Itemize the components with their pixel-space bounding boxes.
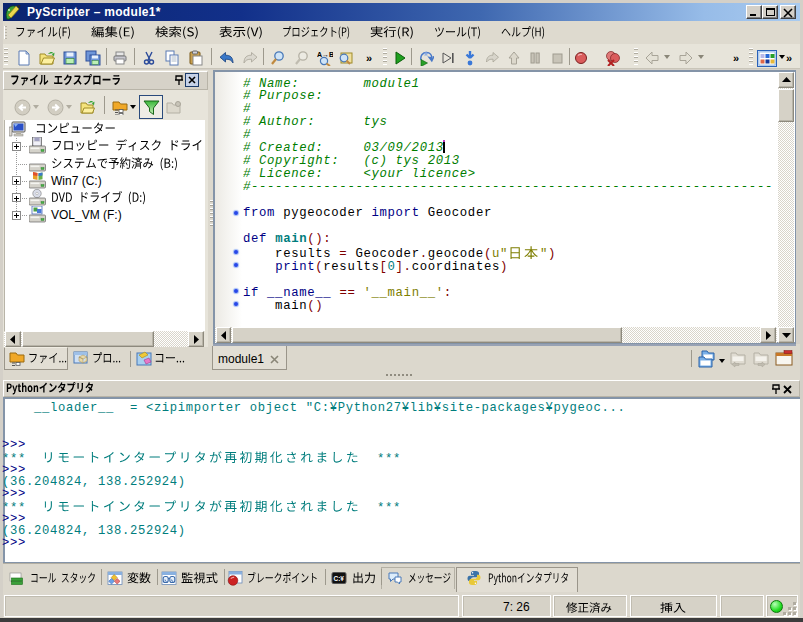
svg-text:C:¥: C:¥	[334, 575, 345, 582]
